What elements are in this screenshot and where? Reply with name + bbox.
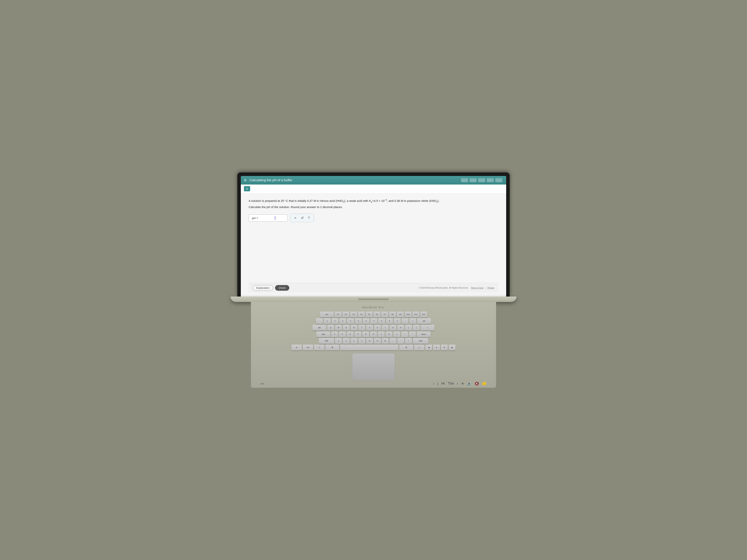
b-key[interactable]: B [366,338,373,344]
f6-key[interactable]: F6 [374,312,381,317]
answer-row: pH = × ↺ ? [249,214,498,222]
terms-link[interactable]: Terms of Use [471,287,483,289]
a-key[interactable]: A [331,331,338,337]
arrow-down-key[interactable]: ▼ [441,345,448,350]
delete-key[interactable]: del [417,318,431,324]
2-key[interactable]: 2 [332,318,338,324]
return-key[interactable]: return [417,331,431,337]
explanation-button[interactable]: Explanation [253,285,273,291]
help-button[interactable]: ? [308,216,310,220]
f11-key[interactable]: F11 [412,312,419,317]
f2-key[interactable]: F2 [342,312,350,317]
lbracket-key[interactable]: [ [405,325,412,330]
arrow-up-key[interactable]: ▲ [433,345,440,350]
g-key[interactable]: G [362,331,369,337]
ph-input-container: pH = [249,214,287,221]
space-key[interactable] [340,345,398,350]
tab-key[interactable]: tab [312,325,327,330]
s-key[interactable]: S [339,331,346,337]
page-title: Calculating the pH of a buffer [250,178,292,182]
y-key[interactable]: Y [366,325,373,330]
h-key[interactable]: H [370,331,377,337]
rshift-key[interactable]: shift [413,338,428,344]
v-key[interactable]: V [358,338,365,344]
9-key[interactable]: 9 [386,318,393,324]
8-key[interactable]: 8 [378,318,385,324]
win-btn-1[interactable] [461,178,468,182]
cmd-left-key[interactable]: ⌘ [325,345,339,350]
k-key[interactable]: K [386,331,392,337]
f9-key[interactable]: F9 [397,312,404,317]
f12-key[interactable]: F12 [420,312,427,317]
semicolon-key[interactable]: ; [401,331,408,337]
c-key[interactable]: C [351,338,358,344]
e-key[interactable]: E [343,325,350,330]
rbracket-key[interactable]: ] [413,325,420,330]
caps-key[interactable]: caps [316,331,330,337]
l-key[interactable]: L [393,331,400,337]
cmd-right-key[interactable]: ⌘ [399,345,413,350]
q-key[interactable]: Q [327,325,334,330]
o-key[interactable]: O [389,325,396,330]
privacy-link[interactable]: Privacy [488,287,494,289]
f10-key[interactable]: F10 [405,312,412,317]
backtick-key[interactable]: ` [316,318,323,324]
equals-key[interactable]: = [409,318,416,324]
option-right-key[interactable]: ⌥ [414,345,424,350]
f8-key[interactable]: F8 [389,312,396,317]
win-btn-3[interactable] [478,178,485,182]
7-key[interactable]: 7 [370,318,378,324]
check-button[interactable]: Check [275,285,289,291]
z-key[interactable]: Z [335,338,342,344]
x-key[interactable]: X [343,338,350,344]
minus-key[interactable]: - [402,318,409,324]
keyboard-row-2: ` 1 2 3 4 5 6 7 8 9 0 - = del [316,318,431,324]
f4-key[interactable]: F4 [358,312,365,317]
6-key[interactable]: 6 [363,318,369,324]
r-key[interactable]: R [351,325,358,330]
w-key[interactable]: W [335,325,342,330]
u-key[interactable]: U [374,325,381,330]
t-key[interactable]: T [358,325,365,330]
backslash-key[interactable]: \ [420,325,435,330]
0-key[interactable]: 0 [394,318,401,324]
p-key[interactable]: P [397,325,404,330]
f5-key[interactable]: F5 [366,312,373,317]
undo-button[interactable]: ↺ [300,215,304,220]
dropdown-button[interactable]: ∨ [244,186,250,191]
comma-key[interactable]: , [389,338,396,344]
slash-key[interactable]: / [405,338,412,344]
esc-key[interactable]: esc [320,312,334,317]
i-key[interactable]: I [382,325,389,330]
arrow-left-key[interactable]: ◀ [425,345,432,350]
win-btn-2[interactable] [470,178,476,182]
quote-key[interactable]: ' [409,331,416,337]
ph-input[interactable] [259,216,275,220]
option-key[interactable]: ⌥ [314,345,325,350]
win-btn-5[interactable] [495,178,502,182]
fn-key[interactable]: fn [291,345,302,350]
f1-key[interactable]: F1 [335,312,342,317]
n-key[interactable]: N [374,338,381,344]
pipe-divider: | [437,381,438,385]
4-key[interactable]: 4 [347,318,354,324]
period-key[interactable]: . [397,338,404,344]
d-key[interactable]: D [347,331,354,337]
win-btn-4[interactable] [487,178,494,182]
lshift-key[interactable]: shift [319,338,334,344]
f3-key[interactable]: F3 [350,312,357,317]
f7-key[interactable]: F7 [381,312,388,317]
settings-icon: ✳ [461,381,464,386]
copyright-text: © 2020 McGraw-Hill Education. All Rights… [419,287,494,289]
arrow-right-key[interactable]: ▶ [448,345,456,350]
1-key[interactable]: 1 [324,318,331,324]
j-key[interactable]: J [378,331,385,337]
m-key[interactable]: M [382,338,389,344]
5-key[interactable]: 5 [355,318,362,324]
trackpad[interactable] [352,353,395,380]
3-key[interactable]: 3 [339,318,346,324]
f-key[interactable]: F [355,331,361,337]
ctrl-key[interactable]: ctrl [303,345,313,350]
hamburger-icon[interactable]: ≡ [244,178,247,183]
clear-button[interactable]: × [294,216,297,220]
